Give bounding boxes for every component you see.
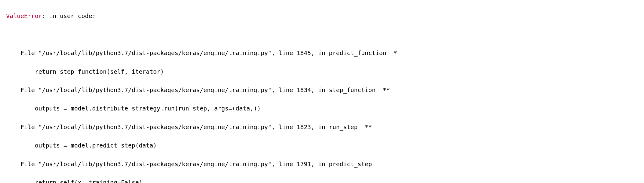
frame-file: File "/usr/local/lib/python3.7/dist-pack… [6,123,638,132]
error-header-suffix: : in user code: [42,13,96,20]
frame-file: File "/usr/local/lib/python3.7/dist-pack… [6,160,638,169]
frame-code: return step_function(self, iterator) [6,67,638,77]
blank-line [6,30,638,39]
frame-code: outputs = model.predict_step(data) [6,141,638,150]
error-type-name: ValueError [6,13,42,20]
frame-file: File "/usr/local/lib/python3.7/dist-pack… [6,49,638,58]
frame-file: File "/usr/local/lib/python3.7/dist-pack… [6,86,638,95]
frame-code: outputs = model.distribute_strategy.run(… [6,104,638,113]
traceback-output: ValueError: in user code: File "/usr/loc… [0,0,644,183]
frame-code: return self(x, training=False) [6,178,638,183]
traceback-header: ValueError: in user code: [6,12,638,21]
